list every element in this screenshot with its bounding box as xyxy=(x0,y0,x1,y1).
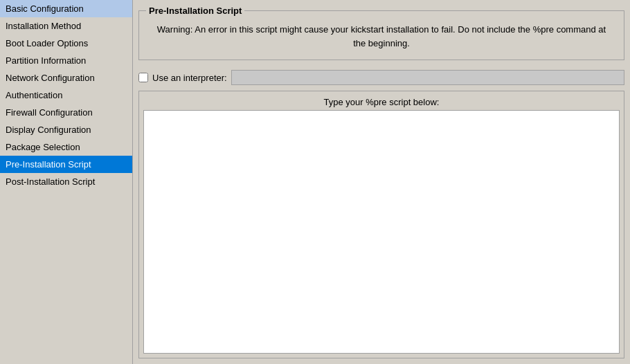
interpreter-input[interactable] xyxy=(231,70,624,85)
sidebar-item-boot-loader-options[interactable]: Boot Loader Options xyxy=(0,35,132,52)
pre-installation-script-fieldset: Pre-Installation Script Warning: An erro… xyxy=(138,6,624,60)
script-textarea[interactable] xyxy=(143,110,620,354)
sidebar-item-network-configuration[interactable]: Network Configuration xyxy=(0,69,132,87)
sidebar-item-firewall-configuration[interactable]: Firewall Configuration xyxy=(0,104,132,121)
main-content: Pre-Installation Script Warning: An erro… xyxy=(133,0,630,364)
sidebar-item-partition-information[interactable]: Partition Information xyxy=(0,52,132,69)
script-section: Type your %pre script below: xyxy=(138,91,624,358)
sidebar-item-package-selection[interactable]: Package Selection xyxy=(0,138,132,156)
sidebar: Basic ConfigurationInstallation MethodBo… xyxy=(0,0,133,364)
use-interpreter-label: Use an interpreter: xyxy=(152,73,227,83)
sidebar-item-pre-installation-script[interactable]: Pre-Installation Script xyxy=(0,156,132,173)
sidebar-item-authentication[interactable]: Authentication xyxy=(0,87,132,104)
sidebar-item-display-configuration[interactable]: Display Configuration xyxy=(0,121,132,138)
interpreter-row: Use an interpreter: xyxy=(138,70,624,85)
sidebar-item-installation-method[interactable]: Installation Method xyxy=(0,17,132,35)
warning-text: Warning: An error in this script might c… xyxy=(146,20,617,53)
use-interpreter-checkbox[interactable] xyxy=(138,73,148,82)
sidebar-item-basic-configuration[interactable]: Basic Configuration xyxy=(0,0,132,17)
fieldset-legend: Pre-Installation Script xyxy=(146,6,244,16)
sidebar-item-post-installation-script[interactable]: Post-Installation Script xyxy=(0,173,132,190)
script-label: Type your %pre script below: xyxy=(143,97,620,107)
